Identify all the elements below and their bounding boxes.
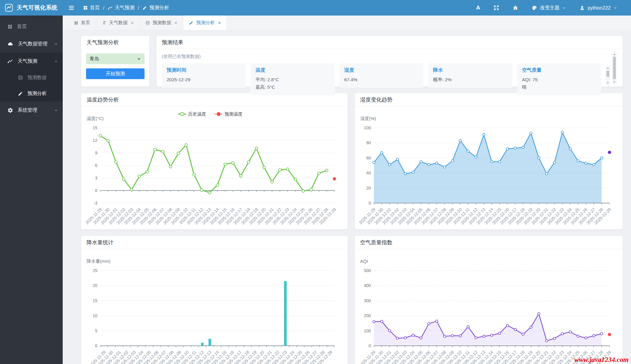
results-panel: 预测结果 (使用已有预测数据) 预测时间 2025-12-29 温度 平均: 2… — [156, 36, 623, 87]
tab-forecast-analysis[interactable]: 预测分析 × — [183, 16, 227, 30]
pencil-icon — [142, 5, 147, 10]
scrollbar-thumb[interactable] — [613, 57, 616, 79]
close-icon[interactable]: × — [218, 20, 221, 26]
svg-text:15: 15 — [93, 298, 97, 303]
breadcrumb-separator: / — [138, 5, 139, 11]
metric-humidity: 湿度 67.4% — [340, 63, 423, 88]
svg-text:0: 0 — [369, 343, 371, 348]
app-brand: 天气可视化系统 — [0, 3, 63, 12]
chevron-up-icon — [54, 59, 58, 63]
svg-text:40: 40 — [366, 171, 371, 175]
svg-text:200: 200 — [364, 313, 371, 318]
svg-text:3: 3 — [95, 176, 97, 180]
aqi-chart: AQI50040030020010002025-11-292025-11-302… — [355, 249, 623, 364]
svg-text:历史温度: 历史温度 — [188, 111, 206, 116]
svg-text:5: 5 — [95, 328, 97, 333]
svg-text:20: 20 — [366, 186, 371, 191]
gear-icon — [7, 107, 13, 113]
outer-scrollbar[interactable]: ▲ ▼ — [612, 52, 617, 84]
cloud-icon — [7, 41, 13, 47]
tab-home[interactable]: 首页 — [68, 16, 96, 30]
svg-text:9: 9 — [95, 150, 97, 155]
scrollbar-thumb[interactable] — [607, 71, 609, 77]
svg-text:15: 15 — [93, 125, 97, 130]
chevron-down-icon — [137, 57, 141, 61]
svg-text:100: 100 — [364, 125, 371, 130]
chevron-down-icon — [54, 42, 58, 46]
home-icon[interactable] — [512, 5, 518, 11]
pencil-icon — [18, 91, 23, 96]
svg-text:400: 400 — [364, 283, 371, 288]
thermometer-icon — [102, 21, 106, 25]
svg-text:AQI: AQI — [360, 259, 368, 264]
tab-bar: 首页 天气数据 × 预测数据 × 预测分析 × — [63, 16, 631, 30]
chart-line-icon — [7, 59, 13, 64]
svg-text:-3: -3 — [94, 201, 98, 205]
city-select[interactable]: 青岛 — [86, 53, 145, 64]
grid-icon — [74, 21, 78, 25]
prediction-panel: 天气预测分析 青岛 开始预测 — [81, 36, 149, 87]
user-menu[interactable]: python222 — [579, 5, 617, 11]
navbar-actions: A 改变主题 python222 — [476, 4, 631, 11]
metric-air-quality: 空气质量 AQI: 75 晴 — [517, 63, 601, 95]
scroll-down-icon[interactable]: ▼ — [612, 80, 616, 84]
theme-label: 改变主题 — [540, 4, 560, 11]
breadcrumb-forecast-analysis[interactable]: 预测分析 — [142, 4, 169, 11]
app-title: 天气可视化系统 — [17, 4, 58, 12]
chart-title: 降水量统计 — [81, 236, 348, 249]
sidebar-toggle-icon[interactable] — [68, 4, 75, 11]
sidebar-group-weather-forecast: 天气预测 预测数据 预测分析 — [0, 53, 63, 102]
database-icon — [145, 21, 150, 25]
user-icon — [579, 5, 585, 11]
top-navbar: 天气可视化系统 首页 / 天气预测 / 预测分析 A — [0, 0, 631, 16]
sidebar-item-weather-data-mgmt[interactable]: 天气数据管理 — [0, 35, 63, 53]
svg-text:0: 0 — [95, 343, 97, 348]
svg-text:0: 0 — [369, 201, 371, 205]
tab-forecast-data[interactable]: 预测数据 × — [140, 16, 183, 30]
start-prediction-button[interactable]: 开始预测 — [86, 68, 145, 79]
breadcrumb-separator: / — [103, 5, 105, 11]
app-logo-icon — [4, 3, 13, 12]
sidebar-item-forecast-analysis[interactable]: 预测分析 — [0, 86, 63, 102]
username: python222 — [588, 5, 611, 11]
tab-weather-data[interactable]: 天气数据 × — [96, 16, 140, 30]
theme-switcher[interactable]: 改变主题 — [532, 4, 566, 11]
sidebar-item-weather-forecast[interactable]: 天气预测 — [0, 53, 63, 70]
humidity-trend-card: 湿度变化趋势 湿度(%)1008060402002025-11-292025-1… — [355, 93, 623, 229]
font-size-icon[interactable]: A — [476, 4, 480, 11]
precipitation-card: 降水量统计 降水量(mm)25201510502025-11-292025-11… — [81, 236, 348, 364]
city-select-value: 青岛 — [90, 56, 99, 62]
svg-text:0: 0 — [95, 188, 97, 193]
breadcrumb-weather-forecast[interactable]: 天气预测 — [108, 4, 135, 11]
chevron-down-icon — [54, 108, 58, 112]
database-icon — [18, 75, 23, 80]
sidebar-item-forecast-data[interactable]: 预测数据 — [0, 70, 63, 86]
watermark: www.java1234.com — [574, 356, 629, 364]
fullscreen-icon[interactable] — [493, 5, 499, 11]
humidity-chart: 湿度(%)1008060402002025-11-292025-11-30202… — [355, 106, 623, 229]
svg-text:25: 25 — [93, 268, 97, 273]
inner-scrollbar[interactable]: ▲ ▼ — [606, 66, 610, 85]
svg-text:100: 100 — [364, 328, 371, 333]
grid-icon — [83, 5, 88, 10]
chevron-down-icon — [562, 6, 566, 10]
svg-text:10: 10 — [93, 313, 97, 318]
grid-icon — [7, 24, 13, 29]
pencil-icon — [189, 21, 194, 25]
close-icon[interactable]: × — [174, 20, 177, 26]
chart-title: 空气质量指数 — [355, 236, 623, 249]
breadcrumb-home[interactable]: 首页 — [83, 4, 100, 11]
scroll-down-icon[interactable]: ▼ — [606, 81, 610, 85]
sidebar-item-home[interactable]: 首页 — [0, 18, 63, 35]
scroll-up-icon[interactable]: ▲ — [612, 52, 616, 56]
close-icon[interactable]: × — [131, 20, 134, 26]
metric-temperature: 温度 平均: 2.8°C 最高: 5°C — [251, 63, 334, 95]
breadcrumb: 首页 / 天气预测 / 预测分析 — [83, 4, 169, 11]
sidebar-item-system-mgmt[interactable]: 系统管理 — [0, 102, 63, 119]
results-note: (使用已有预测数据) — [162, 54, 601, 59]
svg-text:降水量(mm): 降水量(mm) — [87, 259, 110, 264]
palette-icon — [532, 5, 537, 11]
scroll-up-icon[interactable]: ▲ — [606, 66, 610, 70]
svg-text:预测温度: 预测温度 — [225, 111, 242, 116]
svg-text:湿度(%): 湿度(%) — [360, 116, 376, 121]
